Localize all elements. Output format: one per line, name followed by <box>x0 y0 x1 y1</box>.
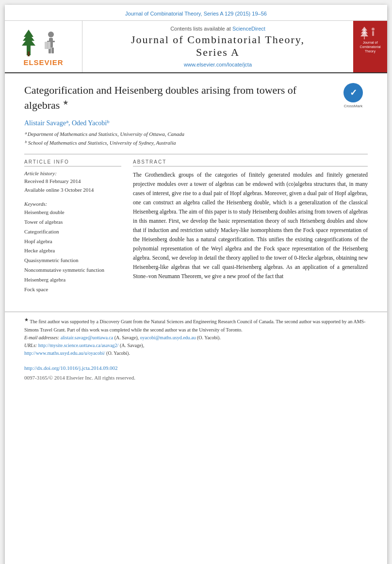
two-col-layout: ARTICLE INFO Article history: Received 8… <box>24 159 368 294</box>
header-section: ELSEVIER Contents lists available at Sci… <box>5 21 387 73</box>
keyword-quasisymmetric: Quasisymmetric function <box>24 256 121 265</box>
url-b-link[interactable]: http://www.maths.usyd.edu.au/u/oyacobi/ <box>24 350 105 356</box>
available-date: Available online 3 October 2014 <box>24 186 121 195</box>
article-title-label: Categorification and Heisenberg doubles … <box>24 84 296 111</box>
article-info-heading: ARTICLE INFO <box>24 159 121 166</box>
keyword-heisenberg-double: Heisenberg double <box>24 208 121 217</box>
title-star: ★ <box>63 99 69 106</box>
keyword-heisenberg-algebra: Heisenberg algebra <box>24 275 121 285</box>
svg-rect-16 <box>364 36 365 39</box>
article-title-section: Categorification and Heisenberg doubles … <box>24 83 368 113</box>
keyword-categorification: Categorification <box>24 227 121 237</box>
affiliations: ᵃ Department of Mathematics and Statisti… <box>24 130 368 147</box>
abstract-text: The Grothendieck groups of the categorie… <box>133 170 368 281</box>
footnote-body: The first author was supported by a Disc… <box>24 319 365 332</box>
received-date: Received 8 February 2014 <box>24 177 121 186</box>
page: Journal of Combinatorial Theory, Series … <box>5 5 387 564</box>
footnote-area: ★ The first author was supported by a Di… <box>5 312 387 362</box>
abstract-col: ABSTRACT The Grothendieck groups of the … <box>133 159 368 294</box>
journal-title-line1: Journal of Combinatorial Theory, <box>131 33 305 46</box>
thumbnail-text: Journal of Combinatorial Theory <box>355 40 385 53</box>
url-a-link[interactable]: http://mysite.science.uottawa.ca/asavag2… <box>38 343 119 348</box>
elsevier-tree-icon <box>22 27 65 56</box>
bottom-links: http://dx.doi.org/10.1016/j.jcta.2014.09… <box>5 362 387 386</box>
keywords-section: Keywords: Heisenberg double Tower of alg… <box>24 201 121 294</box>
keyword-noncommutative: Noncommutative symmetric function <box>24 265 121 275</box>
journal-ref-link[interactable]: Journal of Combinatorial Theory, Series … <box>125 11 267 17</box>
abstract-heading: ABSTRACT <box>133 159 368 166</box>
footnote-main: ★ The first author was supported by a Di… <box>24 316 368 333</box>
svg-marker-4 <box>22 37 35 46</box>
email-b-link[interactable]: oyacobi@maths.usyd.edu.au <box>140 335 196 340</box>
svg-rect-10 <box>51 48 54 53</box>
main-content: Categorification and Heisenberg doubles … <box>5 73 387 304</box>
thumbnail-tree-icon <box>360 26 380 40</box>
journal-ref-bar: Journal of Combinatorial Theory, Series … <box>5 5 387 21</box>
article-history-heading: Article history: <box>24 170 121 176</box>
elsevier-label: ELSEVIER <box>23 58 63 66</box>
keyword-fock-space: Fock space <box>24 285 121 295</box>
doi-link[interactable]: http://dx.doi.org/10.1016/j.jcta.2014.09… <box>24 365 368 371</box>
journal-url-link[interactable]: www.elsevier.com/locate/jcta <box>184 62 252 67</box>
article-title-text: Categorification and Heisenberg doubles … <box>24 83 331 113</box>
url-label: URLs: <box>24 343 37 348</box>
keyword-hopf-algebra: Hopf algebra <box>24 237 121 247</box>
crossmark-circle: ✓ <box>343 83 363 102</box>
keyword-hecke-algebra: Hecke algebra <box>24 246 121 256</box>
affiliation-a: ᵃ Department of Mathematics and Statisti… <box>24 130 368 139</box>
svg-rect-1 <box>28 51 30 56</box>
svg-marker-15 <box>360 32 368 36</box>
crossmark-label: CrossMark <box>344 103 363 109</box>
contents-line: Contents lists available at ScienceDirec… <box>170 26 265 32</box>
email-label: E-mail addresses: <box>24 335 59 340</box>
svg-point-17 <box>372 28 375 31</box>
copyright-line: 0097-3165/© 2014 Elsevier Inc. All right… <box>24 375 135 381</box>
footnote-star: ★ <box>24 317 29 322</box>
crossmark-badge[interactable]: ✓ CrossMark <box>339 83 368 109</box>
journal-info-center: Contents lists available at ScienceDirec… <box>82 21 353 72</box>
crossmark-icon: ✓ <box>346 86 360 100</box>
svg-rect-8 <box>52 41 55 42</box>
authors-line: Alistair Savageᵃ, Oded Yacobiᵇ <box>24 119 368 127</box>
url-a-note: (A. Savage), <box>120 343 144 348</box>
footnote-emails: E-mail addresses: alistair.savage@uottaw… <box>24 334 368 342</box>
affiliation-b: ᵇ School of Mathematics and Statistics, … <box>24 139 368 148</box>
email-a-note: (A. Savage), <box>114 335 139 340</box>
sciencedirect-link[interactable]: ScienceDirect <box>232 26 265 32</box>
footnote-urls: URLs: http://mysite.science.uottawa.ca/a… <box>24 342 368 357</box>
svg-text:✓: ✓ <box>350 88 357 98</box>
svg-rect-18 <box>372 31 374 36</box>
keywords-heading: Keywords: <box>24 201 121 207</box>
journal-thumbnail: Journal of Combinatorial Theory <box>353 21 387 72</box>
journal-title-line2: Series A <box>196 46 240 59</box>
divider-line <box>24 154 368 154</box>
url-b-note: (O. Yacobi). <box>106 350 130 356</box>
keyword-tower-of-algebras: Tower of algebras <box>24 217 121 227</box>
elsevier-logo-area: ELSEVIER <box>5 21 82 72</box>
article-info-col: ARTICLE INFO Article history: Received 8… <box>24 159 121 294</box>
svg-point-5 <box>48 32 54 37</box>
email-b-note: (O. Yacobi). <box>197 335 221 340</box>
email-a-link[interactable]: alistair.savage@uottawa.ca <box>61 335 114 340</box>
